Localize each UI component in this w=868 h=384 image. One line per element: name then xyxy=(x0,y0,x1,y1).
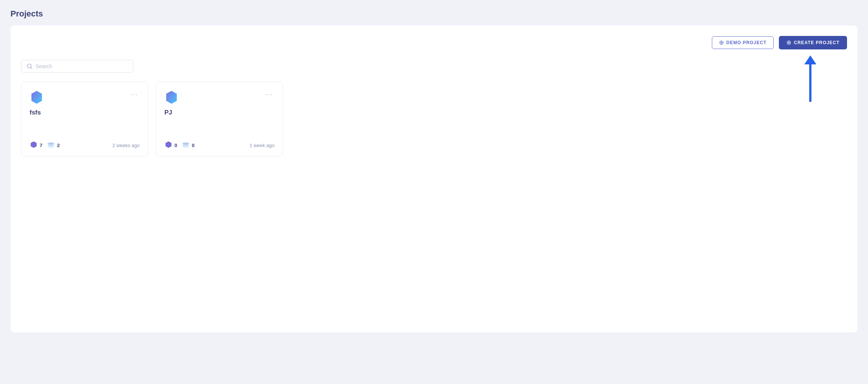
arrow-head xyxy=(804,55,816,64)
layers-count: 7 xyxy=(40,143,42,148)
project-card[interactable]: ··· fsfs 7 xyxy=(21,82,148,156)
card-bottom: 0 0 1 week ago xyxy=(164,141,274,149)
project-card[interactable]: ··· PJ 0 xyxy=(156,82,283,156)
svg-line-1 xyxy=(31,67,32,68)
stack-icon xyxy=(182,142,190,149)
demo-plus-icon: ⊕ xyxy=(719,40,724,46)
page-title: Projects xyxy=(10,9,858,19)
items-stat: 0 xyxy=(182,142,194,149)
layers-stat: 0 xyxy=(164,141,177,149)
layers-count: 0 xyxy=(174,143,177,148)
card-top: ··· xyxy=(30,90,140,104)
layers-hex-icon xyxy=(30,141,38,149)
project-name: PJ xyxy=(164,109,274,116)
project-hex-icon xyxy=(30,90,44,104)
svg-point-7 xyxy=(182,146,189,148)
project-stats: 7 2 xyxy=(30,141,60,149)
top-bar: ⊕ DEMO PROJECT ⊕ CREATE PROJECT xyxy=(21,36,847,49)
search-input[interactable] xyxy=(36,63,128,69)
stack-icon xyxy=(47,142,55,149)
svg-point-4 xyxy=(48,146,54,148)
layers-stat: 7 xyxy=(30,141,42,149)
project-name: fsfs xyxy=(30,109,140,116)
create-plus-icon: ⊕ xyxy=(786,40,792,46)
search-wrapper xyxy=(21,60,847,73)
demo-project-button[interactable]: ⊕ DEMO PROJECT xyxy=(712,36,774,49)
projects-grid: ··· fsfs 7 xyxy=(21,82,847,156)
search-container xyxy=(21,60,133,73)
search-icon xyxy=(27,63,33,69)
time-ago: 2 weeks ago xyxy=(112,143,140,148)
create-project-label: CREATE PROJECT xyxy=(794,40,840,45)
create-project-button[interactable]: ⊕ CREATE PROJECT xyxy=(779,36,847,49)
arrow-shaft xyxy=(809,64,811,102)
items-stat: 2 xyxy=(47,142,60,149)
project-menu-button[interactable]: ··· xyxy=(264,90,274,98)
layers-hex-icon xyxy=(164,141,173,149)
card-top: ··· xyxy=(164,90,274,104)
demo-project-label: DEMO PROJECT xyxy=(726,40,767,45)
project-stats: 0 0 xyxy=(164,141,194,149)
items-count: 2 xyxy=(57,143,60,148)
time-ago: 1 week ago xyxy=(250,143,275,148)
items-count: 0 xyxy=(192,143,194,148)
arrow-indicator xyxy=(804,55,816,102)
project-hex-icon xyxy=(164,90,179,104)
card-bottom: 7 2 2 weeks ago xyxy=(30,141,140,149)
main-container: ⊕ DEMO PROJECT ⊕ CREATE PROJECT xyxy=(10,25,858,332)
project-menu-button[interactable]: ··· xyxy=(129,90,140,98)
